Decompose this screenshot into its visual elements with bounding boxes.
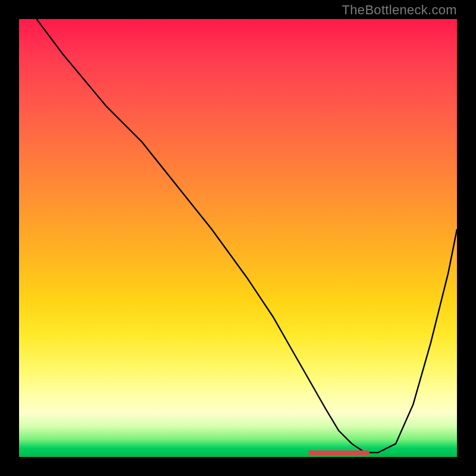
- curve-path: [36, 19, 457, 453]
- chart-container: TheBottleneck.com: [0, 0, 476, 476]
- optimum-marker: [308, 450, 369, 455]
- plot-area: [19, 19, 457, 457]
- line-curve: [19, 19, 457, 457]
- watermark-text: TheBottleneck.com: [342, 2, 457, 18]
